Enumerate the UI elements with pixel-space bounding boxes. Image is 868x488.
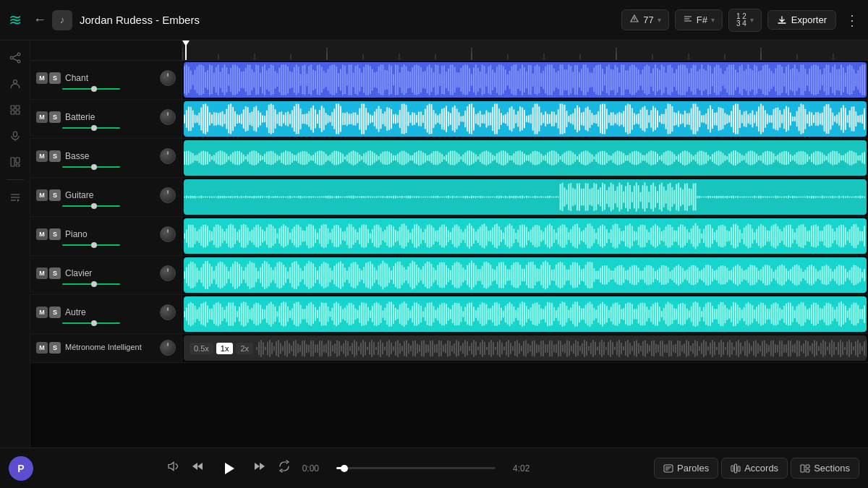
mute-button-autre[interactable]: M — [36, 307, 48, 318]
svg-rect-430 — [306, 114, 307, 125]
mute-button-clavier[interactable]: M — [36, 267, 48, 279]
loop-button[interactable] — [278, 460, 291, 476]
speed-button-0.5x[interactable]: 0.5x — [190, 343, 213, 354]
svg-rect-836 — [482, 152, 483, 163]
solo-button-piano[interactable]: S — [49, 228, 61, 240]
svg-rect-1973 — [836, 266, 838, 284]
solo-button-guitare[interactable]: S — [49, 189, 61, 201]
svg-rect-2073 — [365, 304, 367, 325]
solo-button-clavier[interactable]: S — [49, 267, 61, 279]
key-control[interactable]: F# ▾ — [675, 9, 723, 30]
sidebar-item-playlist[interactable] — [4, 186, 27, 209]
svg-rect-875 — [564, 153, 566, 163]
svg-rect-358 — [836, 69, 838, 90]
volume-knob-guitare[interactable] — [160, 187, 176, 203]
waveform-guitare[interactable] — [184, 179, 867, 215]
svg-rect-2360 — [365, 341, 366, 355]
sidebar-item-share[interactable] — [4, 46, 27, 69]
solo-button-autre[interactable]: S — [49, 307, 61, 318]
svg-rect-364 — [849, 64, 851, 95]
svg-rect-865 — [542, 155, 544, 160]
mute-button-guitare[interactable]: M — [36, 189, 48, 201]
music-icon-button[interactable]: ♪ — [52, 10, 72, 30]
volume-slider-basse[interactable] — [62, 166, 120, 168]
solo-button-batterie[interactable]: S — [49, 111, 61, 123]
paroles-button[interactable]: Paroles — [654, 458, 718, 479]
svg-rect-1336 — [855, 196, 856, 198]
svg-rect-2106 — [435, 310, 436, 319]
mute-button-piano[interactable]: M — [36, 228, 48, 240]
sidebar-item-people[interactable] — [4, 72, 27, 95]
solo-button-metronome[interactable]: S — [49, 342, 61, 354]
volume-knob-clavier[interactable] — [160, 265, 176, 281]
mute-button-batterie[interactable]: M — [36, 111, 48, 123]
svg-rect-185 — [471, 74, 472, 86]
svg-rect-2415 — [484, 341, 485, 355]
mute-button-basse[interactable]: M — [36, 150, 48, 162]
svg-rect-1702 — [264, 261, 265, 289]
solo-button-basse[interactable]: S — [49, 150, 61, 162]
solo-button-chant[interactable]: S — [49, 72, 61, 84]
waveform-batterie[interactable] — [184, 101, 867, 137]
sidebar-item-library[interactable] — [4, 98, 27, 121]
sidebar-item-grid[interactable] — [4, 150, 27, 174]
volume-slider-batterie[interactable] — [62, 127, 120, 129]
more-button[interactable]: ⋮ — [845, 12, 859, 29]
svg-rect-228 — [562, 64, 563, 95]
volume-knob-chant[interactable] — [160, 70, 176, 86]
svg-rect-1499 — [517, 229, 519, 242]
svg-rect-1780 — [429, 262, 430, 288]
back-button[interactable]: ← — [33, 12, 46, 27]
export-button[interactable]: Exporter — [767, 10, 836, 30]
svg-rect-1627 — [788, 225, 789, 248]
speed-button-2x[interactable]: 2x — [236, 343, 253, 354]
speed-button-1x[interactable]: 1x — [216, 343, 234, 354]
sections-button[interactable]: Sections — [791, 458, 859, 479]
time-sig-control[interactable]: 1 2 3 4 ▾ — [728, 9, 762, 32]
progress-bar[interactable] — [336, 467, 495, 469]
volume-slider-clavier[interactable] — [62, 283, 120, 285]
svg-rect-1115 — [388, 196, 390, 198]
waveform-chant[interactable] — [184, 62, 867, 98]
volume-knob-basse[interactable] — [160, 148, 176, 164]
waveform-basse[interactable] — [184, 140, 867, 176]
svg-rect-2355 — [354, 340, 355, 357]
svg-rect-1934 — [754, 265, 755, 285]
volume-knob-piano[interactable] — [160, 226, 176, 242]
accords-button[interactable]: Accords — [721, 458, 788, 479]
svg-rect-790 — [384, 151, 386, 165]
waveform-autre[interactable] — [184, 296, 867, 332]
mute-button-chant[interactable]: M — [36, 72, 48, 84]
svg-rect-1364 — [232, 225, 234, 247]
volume-knob-autre[interactable] — [160, 304, 176, 320]
tempo-control[interactable]: 77 ▾ — [621, 9, 668, 30]
svg-rect-19 — [16, 164, 20, 166]
volume-button[interactable] — [166, 460, 179, 476]
svg-rect-1743 — [351, 263, 352, 286]
svg-rect-677 — [827, 104, 829, 134]
svg-rect-1095 — [346, 196, 348, 198]
volume-slider-chant[interactable] — [62, 88, 120, 90]
volume-slider-piano[interactable] — [62, 244, 120, 246]
svg-rect-1186 — [538, 197, 540, 198]
forward-button[interactable] — [253, 460, 266, 476]
volume-knob-metronome[interactable] — [160, 340, 176, 356]
svg-rect-1496 — [511, 226, 513, 247]
mute-button-metronome[interactable]: M — [36, 342, 48, 354]
svg-rect-1181 — [528, 196, 529, 197]
svg-rect-1154 — [471, 195, 472, 198]
svg-rect-531 — [519, 106, 521, 131]
play-button[interactable] — [216, 455, 242, 481]
svg-rect-2122 — [469, 303, 470, 326]
volume-slider-guitare[interactable] — [62, 205, 120, 207]
svg-rect-2232 — [701, 311, 702, 317]
volume-knob-batterie[interactable] — [160, 109, 176, 125]
svg-rect-1513 — [547, 225, 548, 247]
waveform-piano[interactable] — [184, 218, 867, 254]
volume-slider-autre[interactable] — [62, 322, 120, 324]
waveform-clavier[interactable] — [184, 257, 867, 293]
rewind-button[interactable] — [191, 460, 204, 476]
svg-rect-1685 — [228, 271, 229, 279]
svg-rect-837 — [484, 151, 485, 165]
sidebar-item-mic[interactable] — [4, 124, 27, 147]
